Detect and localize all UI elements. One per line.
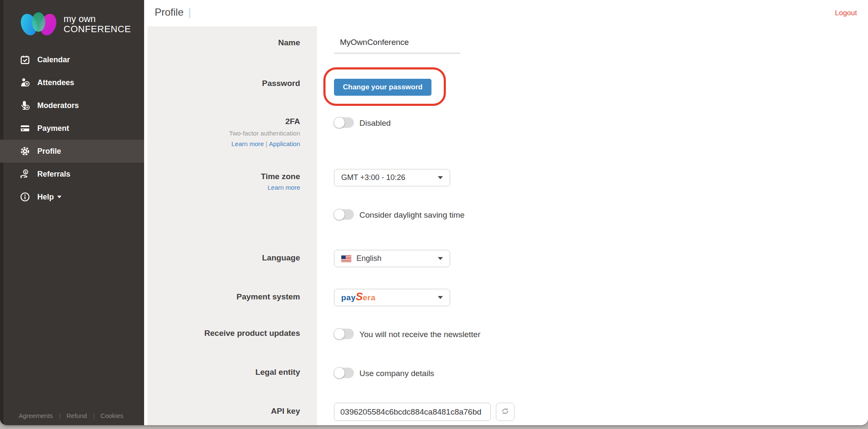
refresh-icon: [500, 406, 510, 418]
toggle-knob: [334, 209, 345, 220]
logo-text: my own CONFERENCE: [64, 14, 131, 34]
twofa-links: Learn more|Application: [147, 140, 300, 147]
toggle-knob: [334, 117, 345, 128]
topbar: Profile Logout: [144, 0, 868, 26]
chevron-down-icon: [438, 257, 443, 260]
microphone-add-icon: [19, 100, 31, 111]
updates-toggle[interactable]: [334, 329, 354, 339]
name-input[interactable]: [334, 36, 460, 53]
sidebar-item-label: Calendar: [37, 55, 70, 64]
gear-icon: [19, 146, 31, 157]
sidebar-item-attendees[interactable]: Attendees: [0, 71, 144, 94]
sidebar-item-label: Help: [37, 193, 54, 202]
footer-separator: |: [59, 412, 61, 419]
sidebar-item-profile[interactable]: Profile: [0, 140, 144, 163]
chevron-down-icon: [438, 176, 443, 179]
twofa-toggle[interactable]: [334, 117, 354, 128]
api-key-input[interactable]: [334, 403, 491, 421]
change-password-button[interactable]: Change your password: [334, 79, 431, 96]
sidebar-item-label: Moderators: [37, 101, 79, 110]
sidebar-item-calendar[interactable]: Calendar: [0, 48, 144, 71]
calendar-icon: [19, 54, 31, 65]
sidebar-item-label: Profile: [37, 147, 61, 156]
payment-system-select[interactable]: paySera: [334, 289, 450, 306]
name-label: Name: [147, 38, 300, 47]
title-caret: [189, 8, 190, 18]
legal-entity-toggle[interactable]: [334, 368, 354, 378]
sidebar-item-referrals[interactable]: $ Referrals: [0, 163, 144, 185]
sidebar-nav: Calendar Attendees Moderators: [0, 48, 144, 208]
twofa-label: 2FA: [147, 117, 300, 126]
twofa-application-link[interactable]: Application: [269, 140, 300, 147]
sidebar-item-payment[interactable]: Payment: [0, 117, 144, 140]
us-flag-icon: [341, 255, 351, 262]
app-window: my own CONFERENCE Calendar Attendees: [0, 0, 868, 425]
language-select[interactable]: English: [334, 250, 450, 267]
sidebar-item-label: Payment: [37, 124, 69, 133]
page-title: Profile: [155, 6, 184, 18]
twofa-sublabel: Two-factor authentication: [147, 130, 300, 137]
api-key-label: API key: [147, 407, 300, 416]
credit-card-icon: [19, 123, 31, 134]
timezone-label: Time zone: [147, 172, 300, 181]
timezone-learn-more-link[interactable]: Learn more: [267, 184, 300, 191]
updates-toggle-label: You will not receive the newsletter: [359, 330, 481, 339]
toggle-knob: [334, 328, 345, 340]
cookies-link[interactable]: Cookies: [100, 412, 123, 419]
sidebar-item-label: Referrals: [37, 170, 70, 179]
legal-entity-toggle-label: Use company details: [359, 369, 434, 378]
attendee-add-icon: [19, 77, 31, 88]
sidebar-item-label: Attendees: [37, 78, 74, 87]
payment-system-label: Payment system: [147, 292, 300, 302]
referral-hand-icon: $: [19, 169, 31, 180]
refund-link[interactable]: Refund: [67, 412, 87, 419]
sidebar-footer: Agreements | Refund | Cookies: [19, 412, 123, 419]
app-logo[interactable]: my own CONFERENCE: [19, 9, 131, 39]
footer-separator: |: [93, 412, 95, 419]
screen: my own CONFERENCE Calendar Attendees: [0, 0, 868, 429]
twofa-toggle-label: Disabled: [359, 119, 391, 128]
dst-toggle-label: Consider daylight saving time: [359, 210, 465, 220]
timezone-select[interactable]: GMT +3:00 - 10:26: [334, 169, 450, 186]
password-label: Password: [147, 79, 300, 88]
legal-entity-label: Legal entity: [147, 368, 300, 377]
paysera-logo: paySera: [341, 293, 376, 302]
info-icon: [19, 191, 31, 202]
chevron-down-icon: [438, 296, 443, 299]
chevron-down-icon: [57, 196, 61, 198]
agreements-link[interactable]: Agreements: [19, 412, 53, 419]
twofa-learn-more-link[interactable]: Learn more: [231, 140, 264, 147]
link-separator: |: [264, 140, 269, 147]
dst-toggle[interactable]: [334, 209, 354, 220]
language-selected-value: English: [356, 254, 381, 263]
logo-butterfly-icon: [19, 9, 59, 39]
api-key-refresh-button[interactable]: [496, 403, 515, 421]
sidebar-item-help[interactable]: Help: [0, 185, 144, 208]
logout-link[interactable]: Logout: [835, 9, 857, 17]
svg-text:$: $: [25, 170, 27, 174]
toggle-knob: [334, 367, 345, 379]
sidebar-item-moderators[interactable]: Moderators: [0, 94, 144, 117]
language-label: Language: [147, 253, 300, 263]
timezone-links: Learn more: [147, 184, 300, 191]
timezone-selected-value: GMT +3:00 - 10:26: [341, 173, 405, 182]
sidebar: my own CONFERENCE Calendar Attendees: [0, 0, 144, 425]
updates-label: Receive product updates: [122, 329, 300, 338]
